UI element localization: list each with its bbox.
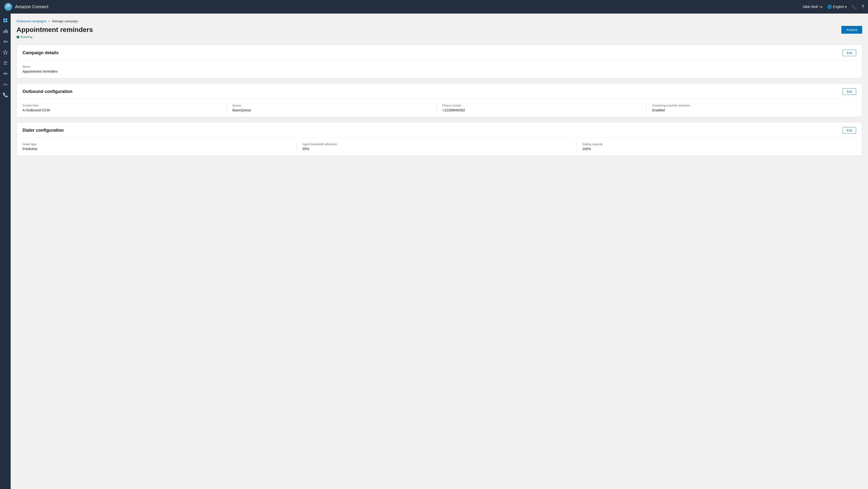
svg-rect-9 bbox=[7, 31, 8, 33]
language-selector[interactable]: 🌐 English ▾ bbox=[827, 5, 847, 9]
dialing-capacity-field: Dialing capacity 100% bbox=[576, 142, 856, 151]
outbound-config-header: Outbound configuration Edit bbox=[17, 84, 862, 99]
svg-point-15 bbox=[6, 73, 7, 74]
sidebar bbox=[0, 13, 11, 489]
agent-bandwidth-field: Agent bandwidth allocation 55% bbox=[297, 142, 577, 151]
breadcrumb-separator: > bbox=[49, 20, 51, 23]
app-logo: Amazon Connect bbox=[4, 2, 49, 11]
campaign-details-body: Name Appointment reminders bbox=[17, 60, 862, 78]
contact-flow-field: Contact flow A-Outbound-CCW bbox=[23, 104, 226, 112]
dialer-config-card: Dialer configuration Edit Dialer type Pr… bbox=[17, 122, 862, 156]
svg-point-10 bbox=[7, 41, 8, 42]
outbound-config-edit-button[interactable]: Edit bbox=[843, 88, 856, 95]
campaign-details-title: Campaign details bbox=[23, 51, 59, 56]
breadcrumb-parent-link[interactable]: Outbound campaigns bbox=[17, 20, 46, 23]
dialer-config-body: Dialer type Predictive Agent bandwidth a… bbox=[17, 138, 862, 156]
app-name: Amazon Connect bbox=[15, 4, 49, 9]
campaign-details-header: Campaign details Edit bbox=[17, 45, 862, 60]
page-title-area: Appointment reminders Running Actions bbox=[17, 26, 862, 39]
sidebar-item-monitoring[interactable] bbox=[0, 79, 10, 89]
language-label: English bbox=[833, 5, 844, 9]
contact-flow-value: A-Outbound-CCW bbox=[23, 108, 221, 112]
dialer-config-header: Dialer configuration Edit bbox=[17, 122, 862, 138]
dialer-config-title: Dialer configuration bbox=[23, 128, 64, 133]
dialing-capacity-value: 100% bbox=[582, 147, 850, 151]
sidebar-item-dashboard[interactable] bbox=[0, 15, 10, 25]
campaign-name-label: Name bbox=[23, 65, 856, 68]
status-badge: Running bbox=[17, 35, 93, 39]
amd-value: Enabled bbox=[652, 108, 850, 112]
phone-number-label: Phone number bbox=[442, 104, 641, 107]
main-content: Outbound campaigns > Manage campaign App… bbox=[11, 13, 868, 489]
phone-icon-button[interactable]: 📞 bbox=[851, 4, 857, 9]
contact-flow-label: Contact flow bbox=[23, 104, 221, 107]
svg-rect-3 bbox=[6, 19, 7, 20]
svg-rect-7 bbox=[5, 30, 5, 33]
globe-icon: 🌐 bbox=[827, 5, 832, 9]
svg-point-12 bbox=[4, 61, 6, 63]
sidebar-item-campaigns[interactable] bbox=[0, 69, 10, 78]
amd-field: Answering machine detection Enabled bbox=[646, 104, 856, 112]
svg-marker-11 bbox=[3, 51, 7, 54]
svg-rect-8 bbox=[6, 29, 6, 33]
phone-number-field: Phone number +12268945362 bbox=[436, 104, 646, 112]
outbound-config-body: Contact flow A-Outbound-CCW Queue BasicQ… bbox=[17, 99, 862, 117]
header-right: Nikki Wolf ↪ 🌐 English ▾ 📞 ? bbox=[803, 4, 864, 9]
dialer-type-field: Dialer type Predictive bbox=[23, 142, 297, 151]
sidebar-item-users[interactable] bbox=[0, 58, 10, 68]
svg-rect-4 bbox=[3, 21, 5, 22]
phone-number-value: +12268945362 bbox=[442, 108, 641, 112]
header: Amazon Connect Nikki Wolf ↪ 🌐 English ▾ … bbox=[0, 0, 868, 13]
dialing-capacity-label: Dialing capacity bbox=[582, 142, 850, 146]
agent-bandwidth-label: Agent bandwidth allocation bbox=[303, 142, 570, 146]
svg-rect-6 bbox=[3, 31, 4, 33]
page-title: Appointment reminders bbox=[17, 26, 93, 34]
status-label: Running bbox=[21, 35, 32, 39]
svg-rect-5 bbox=[6, 21, 7, 22]
sidebar-item-routing[interactable] bbox=[0, 37, 10, 46]
campaign-details-card: Campaign details Edit Name Appointment r… bbox=[17, 44, 862, 78]
chevron-down-icon: ▾ bbox=[845, 5, 847, 9]
page-title-left: Appointment reminders Running bbox=[17, 26, 93, 39]
svg-point-14 bbox=[3, 73, 4, 74]
outbound-config-title: Outbound configuration bbox=[23, 89, 72, 94]
sidebar-item-analytics[interactable] bbox=[0, 26, 10, 36]
logout-icon[interactable]: ↪ bbox=[819, 5, 823, 9]
amd-label: Answering machine detection bbox=[652, 104, 850, 107]
user-menu[interactable]: Nikki Wolf ↪ bbox=[803, 5, 823, 9]
dialer-type-value: Predictive bbox=[23, 147, 290, 151]
help-icon-button[interactable]: ? bbox=[862, 4, 864, 9]
queue-value: BasicQueue bbox=[232, 108, 431, 112]
status-indicator bbox=[17, 36, 20, 38]
dialer-type-label: Dialer type bbox=[23, 142, 290, 146]
breadcrumb-current: Manage campaign bbox=[52, 20, 78, 23]
user-name: Nikki Wolf bbox=[803, 5, 818, 9]
outbound-config-card: Outbound configuration Edit Contact flow… bbox=[17, 83, 862, 117]
logo-icon bbox=[4, 2, 12, 11]
dialer-config-edit-button[interactable]: Edit bbox=[843, 127, 856, 134]
campaign-details-edit-button[interactable]: Edit bbox=[843, 50, 856, 56]
queue-label: Queue bbox=[232, 104, 431, 107]
svg-rect-2 bbox=[3, 19, 5, 20]
svg-point-13 bbox=[6, 62, 7, 63]
queue-field: Queue BasicQueue bbox=[226, 104, 436, 112]
sidebar-item-tasks[interactable] bbox=[0, 47, 10, 57]
svg-point-1 bbox=[7, 4, 9, 6]
campaign-name-value: Appointment reminders bbox=[23, 69, 856, 73]
sidebar-item-phone[interactable] bbox=[0, 90, 10, 100]
breadcrumb: Outbound campaigns > Manage campaign bbox=[17, 20, 862, 23]
actions-button[interactable]: Actions bbox=[841, 26, 862, 34]
agent-bandwidth-value: 55% bbox=[303, 147, 570, 151]
